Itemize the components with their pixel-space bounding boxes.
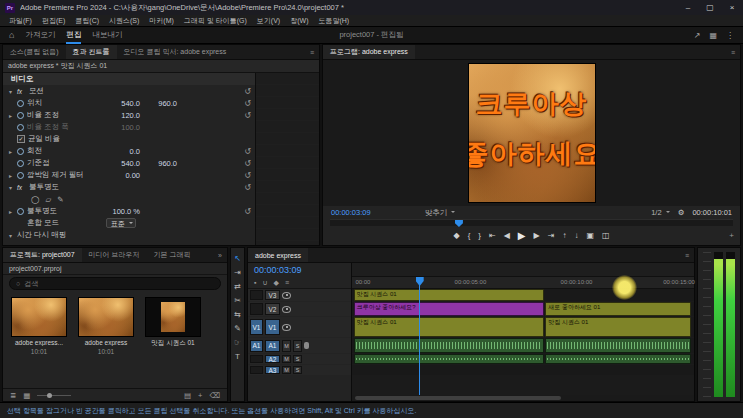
param-row-blend-mode[interactable]: 혼합 모드 표준 — [3, 217, 255, 229]
tab-project[interactable]: 프로젝트: project007 — [3, 248, 82, 262]
tab-source-monitor[interactable]: 소스(클립 없음) — [3, 45, 66, 59]
twirl-icon[interactable]: ▾ — [7, 184, 14, 191]
clip-thumbnail[interactable] — [11, 297, 67, 337]
timeline-audio-clip-a1-2[interactable] — [545, 338, 690, 353]
tool-type-icon[interactable]: T — [235, 352, 240, 361]
effect-row-opacity[interactable]: ▾ fx 불투명도 ↺ — [3, 181, 255, 193]
tab-essential-graphics[interactable]: 기본 그래픽 — [147, 248, 198, 262]
toggle-track-output-icon[interactable] — [282, 306, 291, 313]
effect-row-time-remap[interactable]: ▾ 시간 다시 매핑 — [3, 229, 255, 241]
source-patch-empty[interactable] — [250, 303, 263, 314]
timeline-timecode[interactable]: 00:00:03:09 — [248, 263, 351, 277]
twirl-icon[interactable]: ▸ — [7, 172, 14, 179]
scale-value[interactable]: 120.0 — [106, 111, 140, 120]
workspaces-icon[interactable]: ▦ — [709, 31, 717, 40]
tool-razor-icon[interactable]: ✂ — [234, 296, 241, 305]
tab-media-browser[interactable]: 미디어 브라우저 — [82, 248, 147, 262]
param-row-scale[interactable]: ▸ 비율 조정 120.0 ↺ — [3, 109, 255, 121]
anchor-x-value[interactable]: 540.0 — [106, 159, 140, 168]
reset-effect-icon[interactable]: ↺ — [244, 87, 255, 96]
timeline-clip-v2-1[interactable]: 크루아상 좋아하세요? — [354, 302, 544, 316]
export-frame-button[interactable]: ▣ — [586, 231, 594, 240]
track-target-a3[interactable]: A3 — [265, 366, 280, 374]
param-row-antiflicker[interactable]: ▸ 깜박임 제거 필터 0.00 ↺ — [3, 169, 255, 181]
project-item[interactable]: adobe express... 10:01 — [11, 297, 67, 383]
home-icon[interactable]: ⌂ — [9, 30, 14, 40]
position-x-value[interactable]: 540.0 — [106, 99, 140, 108]
source-patch-empty[interactable] — [250, 290, 263, 300]
position-y-value[interactable]: 960.0 — [143, 99, 177, 108]
stopwatch-icon[interactable] — [17, 148, 24, 155]
delete-icon[interactable]: ⌫ — [209, 391, 220, 400]
solo-button[interactable]: S — [293, 366, 302, 374]
tool-slip-icon[interactable]: ⇆ — [234, 310, 241, 319]
add-marker-button[interactable]: ◆ — [453, 231, 459, 240]
menu-window[interactable]: 창(W) — [290, 16, 308, 26]
sequence-name[interactable]: 맛집 시퀀스 01 — [145, 339, 201, 348]
twirl-icon[interactable]: ▸ — [7, 208, 14, 215]
timeline-settings-icon[interactable]: ≡ — [285, 279, 289, 286]
workspace-tab-import[interactable]: 가져오기 — [25, 27, 55, 44]
rotation-value[interactable]: 0.0 — [106, 147, 140, 156]
anchor-y-value[interactable]: 960.0 — [143, 159, 177, 168]
go-to-out-button[interactable]: ⇥ — [548, 231, 555, 240]
reset-param-icon[interactable]: ↺ — [244, 111, 255, 120]
stopwatch-icon[interactable] — [17, 172, 24, 179]
program-timecode[interactable]: 00:00:03:09 — [331, 208, 371, 217]
panel-menu-icon[interactable]: ≡ — [305, 45, 319, 59]
mute-button[interactable]: M — [282, 340, 291, 352]
lift-button[interactable]: ↑ — [562, 231, 566, 240]
timeline-clip-v2-2[interactable]: 새로 좋아하세요 01 — [545, 302, 690, 316]
tab-timeline-sequence[interactable]: adobe express — [248, 248, 308, 262]
mask-ellipse-icon[interactable]: ◯ — [31, 195, 39, 204]
mark-out-button[interactable]: } — [478, 231, 481, 240]
tab-program-monitor[interactable]: 프로그램: adobe express — [323, 45, 415, 59]
playhead-line[interactable] — [419, 277, 420, 395]
timeline-zoom-bar[interactable] — [352, 263, 694, 277]
uniform-scale-checkbox[interactable]: ✓ — [17, 135, 25, 143]
stopwatch-icon[interactable] — [17, 100, 24, 107]
timeline-clip-v1-1[interactable]: 맛집 시퀀스 01 — [354, 317, 544, 337]
stopwatch-icon[interactable] — [17, 160, 24, 167]
param-row-anchor[interactable]: 기준점 540.0 960.0 ↺ — [3, 157, 255, 169]
reset-effect-icon[interactable]: ↺ — [244, 183, 255, 192]
param-row-position[interactable]: 위치 540.0 960.0 ↺ — [3, 97, 255, 109]
track-target-a1[interactable]: A1 — [265, 340, 280, 352]
menu-edit[interactable]: 편집(E) — [42, 16, 65, 26]
step-forward-button[interactable]: ▶ — [534, 231, 540, 240]
timeline-track-v2[interactable]: 크루아상 좋아하세요? 새로 좋아하세요 01 — [352, 302, 694, 316]
source-patch-empty[interactable] — [250, 366, 263, 374]
mute-button[interactable]: M — [282, 355, 291, 363]
antiflicker-value[interactable]: 0.00 — [106, 171, 140, 180]
tab-overflow-icon[interactable]: » — [213, 248, 227, 262]
extract-button[interactable]: ↓ — [574, 231, 578, 240]
timeline-track-v1[interactable]: 맛집 시퀀스 01 맛집 시퀀스 01 — [352, 317, 694, 337]
audio-meters[interactable] — [698, 248, 740, 401]
effect-row-motion[interactable]: ▾ fx 모션 ↺ — [3, 85, 255, 97]
reset-param-icon[interactable]: ↺ — [244, 159, 255, 168]
mask-pen-icon[interactable]: ✎ — [57, 195, 63, 204]
menu-view[interactable]: 보기(V) — [257, 16, 280, 26]
tool-pen-icon[interactable]: ✎ — [234, 324, 241, 333]
track-target-a2[interactable]: A2 — [265, 355, 280, 363]
param-row-rotation[interactable]: ▸ 회전 0.0 ↺ — [3, 145, 255, 157]
reset-param-icon[interactable]: ↺ — [244, 147, 255, 156]
reset-param-icon[interactable]: ↺ — [244, 207, 255, 216]
source-patch-a1[interactable]: A1 — [250, 340, 263, 352]
toggle-track-output-icon[interactable] — [282, 324, 291, 331]
mark-in-button[interactable]: { — [468, 231, 471, 240]
stopwatch-icon[interactable] — [17, 112, 24, 119]
mask-polygon-icon[interactable]: ▱ — [45, 195, 51, 204]
track-target-v1[interactable]: V1 — [265, 319, 280, 335]
menu-graphics[interactable]: 그래픽 및 타이틀(G) — [184, 16, 247, 26]
timeline-audio-clip-a2-2[interactable] — [545, 354, 690, 364]
timeline-audio-clip-a2-1[interactable] — [354, 354, 544, 364]
project-item[interactable]: 맛집 시퀀스 01 — [145, 297, 201, 383]
timeline-track-a2[interactable] — [352, 354, 694, 364]
param-row-scale-width[interactable]: 비율 조정 폭 100.0 — [3, 121, 255, 133]
timeline-lanes[interactable]: 맛집 시퀀스 01 크루아상 좋아하세요? 새로 좋아하세요 01 — [352, 289, 694, 395]
source-patch-v1[interactable]: V1 — [250, 319, 263, 335]
twirl-icon[interactable]: ▾ — [7, 232, 14, 239]
tab-audio-clip-mixer[interactable]: 오디오 클립 믹서: adobe express — [117, 45, 234, 59]
twirl-icon[interactable]: ▾ — [7, 88, 14, 95]
